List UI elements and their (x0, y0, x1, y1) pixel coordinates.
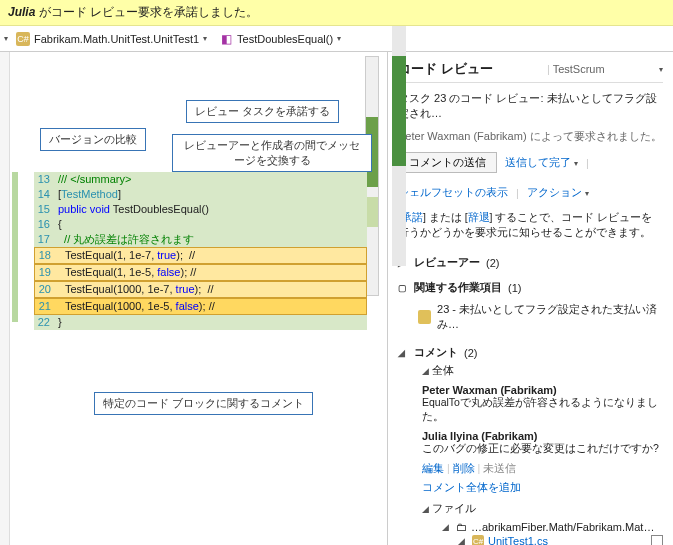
delete-link[interactable]: 削除 (453, 462, 475, 474)
code-review-panel: コード レビュー | TestScrum ▾ タスク 23 のコード レビュー:… (388, 52, 673, 545)
files-label: ファイル (432, 502, 476, 514)
file-name: Fabrikam.Math.UnitTest.UnitTest1 (34, 33, 199, 45)
review-requester: Peter Waxman (Fabrikam) によって要求されました。 (398, 129, 663, 144)
overall-label: 全体 (432, 364, 454, 376)
comment-author: Peter Waxman (Fabrikam) (422, 384, 663, 396)
comment-body: EqualToで丸め誤差が許容されるようになりました。 (422, 396, 663, 424)
project-name: TestScrum (553, 63, 605, 75)
section-work-items[interactable]: ▢関連する作業項目 (1) (398, 280, 663, 295)
panel-menu-icon[interactable]: ▾ (659, 65, 663, 74)
add-overall-comment-link[interactable]: コメント全体を追加 (422, 480, 663, 495)
actions-link[interactable]: アクション ▾ (527, 185, 589, 200)
callout-exchange-messages: レビューアーと作成者の間でメッセージを交換する (172, 134, 372, 172)
banner-actor: Julia (8, 5, 35, 19)
accept-decline-note: [承諾] または [辞退] することで、コード レビューを行うかどうかを要求元に… (398, 210, 663, 239)
edit-link[interactable]: 編集 (422, 462, 444, 474)
file-selector[interactable]: C# Fabrikam.Math.UnitTest.UnitTest1 ▾ (12, 30, 211, 48)
minimap[interactable] (365, 56, 379, 296)
method-name: TestDoublesEqual() (237, 33, 333, 45)
file-name[interactable]: UnitTest1.cs (488, 535, 548, 545)
callout-block-comment: 特定のコード ブロックに関するコメント (94, 392, 313, 415)
chevron-down-icon: ▾ (337, 34, 341, 43)
file-row[interactable]: ◢ C# UnitTest1.cs (442, 534, 663, 545)
work-item-icon (418, 310, 431, 324)
chevron-down-icon: ▾ (203, 34, 207, 43)
view-shelveset-link[interactable]: シェルフセットの表示 (398, 185, 508, 200)
overview-scrollbar[interactable] (392, 26, 406, 266)
approval-banner: Julia がコード レビュー要求を承諾しました。 (0, 0, 673, 26)
folder-icon: 🗀 (456, 521, 467, 533)
unsent-label: 未送信 (483, 462, 516, 474)
section-reviewers[interactable]: ▷レビューアー (2) (398, 255, 663, 270)
work-item-title: 23 - 未払いとしてフラグ設定された支払い済み… (437, 302, 663, 332)
method-icon: ◧ (219, 32, 233, 46)
change-indicator-strip (12, 52, 18, 545)
file-checkbox[interactable] (651, 535, 663, 545)
code-editor-pane: レビュー タスクを承諾する バージョンの比較 レビューアーと作成者の間でメッセー… (0, 52, 388, 545)
code-area[interactable]: 13/// </summary> 14[TestMethod] 15public… (34, 172, 367, 330)
comment-body: このバグの修正に必要な変更はこれだけですか? (422, 442, 663, 456)
panel-title: コード レビュー (398, 60, 493, 78)
method-selector[interactable]: ◧ TestDoublesEqual() ▾ (215, 30, 345, 48)
editor-gutter (0, 52, 10, 545)
callout-accept-task: レビュー タスクを承諾する (186, 100, 339, 123)
send-comment-button[interactable]: コメントの送信 (398, 152, 497, 173)
folder-row[interactable]: ◢ 🗀 …abrikamFiber.Math/Fabrikam.Mat… (442, 520, 663, 534)
review-task-title: タスク 23 のコード レビュー: 未払いとしてフラグ設定され… (398, 91, 663, 121)
decline-link[interactable]: 辞退 (468, 211, 490, 223)
nav-back-icon[interactable]: ▾ (4, 34, 8, 43)
breadcrumb-toolbar: ▾ C# Fabrikam.Math.UnitTest.UnitTest1 ▾ … (0, 26, 673, 52)
banner-rest: がコード レビュー要求を承諾しました。 (35, 5, 258, 19)
folder-path: …abrikamFiber.Math/Fabrikam.Mat… (471, 521, 654, 533)
section-comments[interactable]: ◢コメント (2) (398, 345, 663, 360)
comment-author: Julia Ilyina (Fabrikam) (422, 430, 663, 442)
callout-compare-versions: バージョンの比較 (40, 128, 146, 151)
csharp-file-icon: C# (472, 535, 484, 545)
work-item-row[interactable]: 23 - 未払いとしてフラグ設定された支払い済み… (398, 299, 663, 335)
send-and-close-link[interactable]: 送信して完了 ▾ (505, 155, 578, 170)
csharp-file-icon: C# (16, 32, 30, 46)
